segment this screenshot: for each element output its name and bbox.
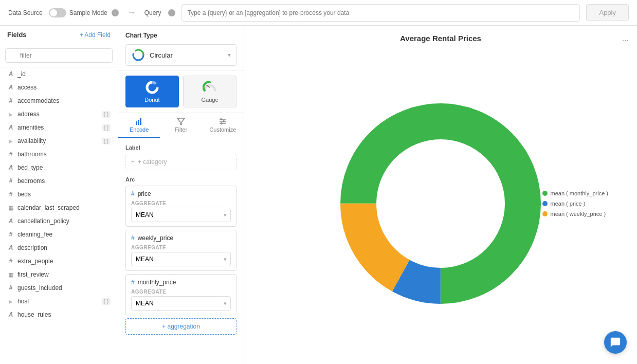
- hash-icon: #: [7, 97, 14, 104]
- query-input[interactable]: [181, 4, 580, 22]
- data-source-label: Data Source: [8, 9, 43, 16]
- field-item-beds[interactable]: #beds: [0, 188, 118, 201]
- add-aggregation-button[interactable]: + aggregation: [125, 318, 236, 335]
- field-name: address: [17, 111, 99, 118]
- field-name: cancellation_policy: [17, 217, 111, 225]
- chart-type-select[interactable]: Circular ▾: [125, 44, 236, 66]
- field-item-host[interactable]: ▶host{ }: [0, 295, 118, 308]
- aggregate-select[interactable]: MEANSUMCOUNTMINMAX: [131, 208, 231, 222]
- field-item-_id[interactable]: A_id: [0, 67, 118, 81]
- aggregate-select-wrap: MEANSUMCOUNTMINMAX: [131, 208, 231, 222]
- string-icon: A: [7, 164, 14, 171]
- aggregate-label: AGGREGATE: [131, 289, 231, 295]
- aggregate-label: AGGREGATE: [131, 201, 231, 206]
- tab-customize[interactable]: Customize: [202, 113, 244, 138]
- chart-title: Average Rental Prices: [252, 34, 629, 43]
- sample-mode-info-icon[interactable]: i: [112, 9, 119, 16]
- tab-encode[interactable]: Encode: [118, 113, 160, 138]
- legend-item: mean ( weekly_price ): [542, 211, 609, 217]
- top-bar: Data Source Sample Mode i → Query i Appl…: [0, 0, 637, 26]
- arc-field-name: # monthly_price: [131, 279, 231, 286]
- chart-area: mean ( monthly_price )mean ( price )mean…: [252, 51, 629, 356]
- chart-subtypes: Donut Gauge: [118, 70, 244, 113]
- field-item-cancellation_policy[interactable]: Acancellation_policy: [0, 214, 118, 228]
- subtype-btn-gauge[interactable]: Gauge: [183, 76, 236, 107]
- encode-tab-icon: [135, 117, 143, 125]
- subtype-label: Donut: [144, 97, 159, 103]
- field-item-bedrooms[interactable]: #bedrooms: [0, 174, 118, 188]
- field-item-bathrooms[interactable]: #bathrooms: [0, 148, 118, 161]
- add-field-button[interactable]: + Add Field: [80, 31, 111, 39]
- chart-more-button[interactable]: ...: [622, 34, 629, 43]
- string-icon: A: [7, 311, 14, 318]
- arc-hash-icon: #: [131, 190, 135, 197]
- apply-button[interactable]: Apply: [586, 4, 629, 21]
- tab-filter[interactable]: Filter: [160, 113, 202, 138]
- field-item-access[interactable]: Aaccess: [0, 81, 118, 94]
- aggregate-label: AGGREGATE: [131, 245, 231, 250]
- field-item-first_review[interactable]: ▦first_review: [0, 268, 118, 281]
- arc-hash-icon: #: [131, 234, 135, 242]
- label-section: Label + + category: [125, 144, 236, 170]
- legend-item: mean ( price ): [542, 201, 609, 207]
- string-icon: A: [7, 244, 14, 251]
- query-info-icon[interactable]: i: [168, 9, 175, 16]
- hash-icon: #: [7, 284, 14, 292]
- legend-label: mean ( weekly_price ): [551, 211, 606, 217]
- field-item-bed_type[interactable]: Abed_type: [0, 161, 118, 174]
- field-badge: { }: [102, 138, 111, 144]
- svg-point-5: [149, 84, 155, 90]
- arc-field-name: # price: [131, 190, 231, 197]
- hash-icon: #: [7, 231, 14, 238]
- field-item-availability[interactable]: ▶availability{ }: [0, 134, 118, 148]
- field-name: guests_included: [17, 284, 111, 292]
- field-name: calendar_last_scraped: [17, 204, 111, 211]
- arc-field-monthly_price: # monthly_price AGGREGATE MEANSUMCOUNTMI…: [125, 274, 236, 315]
- encode-tab-label: Filter: [175, 126, 187, 133]
- chart-type-chevron-icon: ▾: [228, 51, 231, 59]
- field-item-guests_included[interactable]: #guests_included: [0, 281, 118, 295]
- hash-icon: #: [7, 191, 14, 198]
- field-item-calendar_last_scraped[interactable]: ▦calendar_last_scraped: [0, 201, 118, 214]
- encode-tabs: EncodeFilter Customize: [118, 113, 244, 138]
- field-name: access: [17, 84, 111, 91]
- label-section-header: Label: [125, 144, 236, 151]
- hash-icon: #: [7, 151, 14, 158]
- separator: →: [127, 7, 136, 18]
- arc-hash-icon: #: [131, 279, 135, 286]
- field-badge: { }: [102, 298, 111, 305]
- gauge-icon: [203, 80, 217, 95]
- field-item-cleaning_fee[interactable]: #cleaning_fee: [0, 228, 118, 241]
- chat-button[interactable]: [604, 331, 627, 354]
- legend-label: mean ( monthly_price ): [551, 190, 609, 196]
- field-item-address[interactable]: ▶address{ }: [0, 107, 118, 121]
- expand-icon: ▶: [7, 299, 14, 304]
- field-item-description[interactable]: Adescription: [0, 241, 118, 254]
- fields-title: Fields: [7, 31, 27, 39]
- config-panel: Chart Type Circular ▾ Donut: [118, 26, 244, 364]
- aggregate-select[interactable]: MEANSUMCOUNTMINMAX: [131, 252, 231, 266]
- label-placeholder: + category: [138, 158, 167, 166]
- fields-search-input[interactable]: [5, 48, 113, 63]
- sample-mode-toggle[interactable]: [49, 8, 66, 17]
- donut-icon: [145, 80, 159, 95]
- arc-section: Arc # price AGGREGATE MEANSUMCOUNTMINMAX…: [125, 176, 236, 335]
- label-drop-zone[interactable]: + + category: [125, 154, 236, 170]
- hash-icon: #: [7, 177, 14, 185]
- field-item-extra_people[interactable]: #extra_people: [0, 254, 118, 268]
- svg-point-1: [135, 52, 141, 58]
- string-icon: A: [7, 217, 14, 225]
- field-item-amenities[interactable]: Aamenities[ ]: [0, 121, 118, 134]
- field-name: host: [17, 298, 99, 305]
- encode-content: Label + + category Arc # price AGGREGATE…: [118, 138, 244, 341]
- legend-dot: [542, 211, 548, 216]
- subtype-btn-donut[interactable]: Donut: [125, 76, 179, 107]
- legend-dot: [542, 191, 548, 196]
- aggregate-select[interactable]: MEANSUMCOUNTMINMAX: [131, 296, 231, 311]
- field-name: cleaning_fee: [17, 231, 111, 238]
- field-item-house_rules[interactable]: Ahouse_rules: [0, 308, 118, 321]
- arc-section-header: Arc: [125, 176, 236, 183]
- fields-panel: Fields + Add Field 🔍 A_idAaccess#accommo…: [0, 26, 118, 364]
- field-item-accommodates[interactable]: #accommodates: [0, 94, 118, 107]
- field-name: bed_type: [17, 164, 111, 171]
